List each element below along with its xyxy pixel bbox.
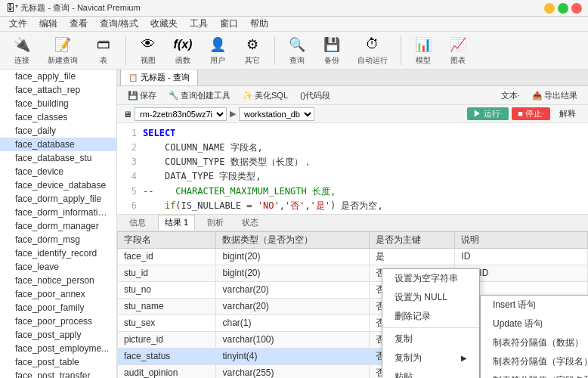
cell-comment: ID [455, 248, 588, 265]
minimize-button[interactable] [544, 3, 555, 14]
sidebar-item-face-identify-record[interactable]: face_identify_record [0, 246, 116, 260]
menu-query[interactable]: 查询/格式 [94, 16, 144, 32]
sidebar-item-face-database[interactable]: face_database [0, 138, 116, 151]
results-tab-status[interactable]: 状态 [236, 215, 265, 230]
server-select[interactable]: rm-2zetn83n05wz7i [135, 107, 227, 121]
sidebar-item-face-daily[interactable]: face_daily [0, 124, 116, 138]
view-button[interactable]: 👁 视图 [132, 32, 164, 70]
backup-label: 备份 [324, 55, 339, 66]
table-label: 表 [100, 55, 107, 66]
sidebar-item-face-post-transfer[interactable]: face_post_transfer [0, 369, 116, 378]
query-builder-button[interactable]: 🔧 查询创建工具 [164, 88, 235, 103]
sub-ctx-tab-both[interactable]: 制表符分隔值（字段名和数据） [481, 371, 588, 378]
explain-button[interactable]: 解释 [553, 107, 582, 120]
sidebar-item-face-dorm-msg[interactable]: face_dorm_msg [0, 233, 116, 246]
menu-window[interactable]: 窗口 [214, 16, 244, 32]
sidebar-item-face-poor-family[interactable]: face_poor_family [0, 301, 116, 314]
results-tab-profiling[interactable]: 剖析 [201, 215, 230, 230]
save-button[interactable]: 💾 保存 [123, 88, 161, 103]
cell-field: stu_name [118, 298, 216, 314]
connect-icon: 🔌 [13, 36, 31, 54]
ctx-set-empty-string[interactable]: 设置为空字符串 [382, 269, 479, 288]
sub-ctx-insert[interactable]: Insert 语句 [481, 296, 588, 314]
toolbar-separator-3 [401, 36, 401, 65]
menu-help[interactable]: 帮助 [244, 16, 274, 32]
copy-as-arrow: ▶ [461, 354, 467, 362]
sidebar-item-face-device[interactable]: face_device [0, 165, 116, 178]
ctx-paste[interactable]: 粘贴 [382, 367, 479, 378]
sub-context-menu: Insert 语句 Update 语句 制表符分隔值（数据） 制表符分隔值（字段… [480, 295, 588, 378]
sidebar-item-face-post-table[interactable]: face_post_table [0, 355, 116, 369]
other-icon: ⚙ [243, 36, 262, 54]
run-button[interactable]: ▶ 运行· [467, 107, 509, 120]
sub-ctx-tab-data[interactable]: 制表符分隔值（数据） [481, 333, 588, 352]
table-row[interactable]: face_id bigint(20) 是 ID [118, 248, 588, 265]
table-button[interactable]: 🗃 表 [88, 32, 119, 70]
col-header-field: 字段名 [118, 231, 216, 248]
sidebar-item-face-post-employment[interactable]: face_post_employme... [0, 342, 116, 355]
sub-ctx-update[interactable]: Update 语句 [481, 314, 588, 333]
table-header-row: 字段名 数据类型（是否为空） 是否为主键 说明 [118, 231, 588, 248]
conn-arrow: ▶ [230, 109, 236, 119]
maximize-button[interactable] [558, 3, 568, 14]
ctx-set-null[interactable]: 设置为 NULL [382, 288, 479, 307]
sidebar-item-face-building[interactable]: face_building [0, 97, 116, 110]
query-button[interactable]: 🔍 查询 [281, 32, 313, 70]
close-button[interactable] [571, 3, 582, 14]
sidebar-item-face-apply-file[interactable]: face_apply_file [0, 70, 116, 83]
stop-button[interactable]: ■ 停止· [512, 107, 550, 120]
editor-line-1: 1 SELECT [123, 126, 582, 141]
beautify-button[interactable]: ✨ 美化SQL [238, 88, 292, 103]
connect-button[interactable]: 🔌 连接 [6, 32, 38, 70]
menu-favorites[interactable]: 收藏夹 [144, 16, 184, 32]
ctx-copy-as[interactable]: 复制为 ▶ [382, 349, 479, 367]
sidebar-item-face-poor-process[interactable]: face_poor_process [0, 314, 116, 328]
new-query-button[interactable]: 📝 新建查询 [41, 32, 85, 70]
cell-type: bigint(20) [216, 248, 369, 265]
results-tab-info[interactable]: 信息 [123, 215, 152, 230]
menu-bar: 文件 编辑 查看 查询/格式 收藏夹 工具 窗口 帮助 [0, 17, 588, 32]
results-tab-result[interactable]: 结果 1 [158, 215, 195, 231]
sidebar-item-face-device-database[interactable]: face_device_database [0, 178, 116, 192]
tab-icon: 📋 [128, 73, 138, 82]
sidebar-item-face-leave[interactable]: face_leave [0, 260, 116, 274]
ctx-delete-record[interactable]: 删除记录 [382, 307, 479, 326]
autorun-button[interactable]: ⏱ 自动运行 [351, 32, 395, 70]
sql-editor[interactable]: 1 SELECT 2 COLUMN_NAME 字段名, 3 COLUMN_TYP… [117, 123, 588, 214]
cell-field: face_id [118, 248, 216, 265]
sidebar-item-face-poor-annex[interactable]: face_poor_annex [0, 287, 116, 301]
menu-edit[interactable]: 编辑 [33, 16, 63, 32]
menu-tools[interactable]: 工具 [184, 16, 214, 32]
backup-button[interactable]: 💾 备份 [316, 32, 348, 70]
code-snippet-button[interactable]: ()代码段 [296, 88, 335, 103]
cell-field: stu_no [118, 281, 216, 298]
sidebar-item-face-notice-person[interactable]: face_notice_person [0, 274, 116, 287]
sidebar-item-face-dorm-apply-file[interactable]: face_dorm_apply_file [0, 192, 116, 206]
save-icon: 💾 [128, 91, 138, 101]
sidebar-item-face-dorm-information[interactable]: face_dorm_informatio... [0, 206, 116, 219]
menu-file[interactable]: 文件 [3, 16, 33, 32]
user-button[interactable]: 👤 用户 [202, 32, 234, 70]
function-button[interactable]: f(x) 函数 [167, 32, 199, 70]
query-tab[interactable]: 📋 无标题 - 查询 [120, 70, 198, 85]
sidebar-item-face-attach-rep[interactable]: face_attach_rep [0, 83, 116, 97]
other-button[interactable]: ⚙ 其它 [237, 32, 268, 70]
new-query-icon: 📝 [54, 36, 72, 54]
cell-field: face_status [118, 348, 216, 364]
database-select[interactable]: workstation_db [239, 107, 314, 121]
sub-ctx-tab-fields[interactable]: 制表符分隔值（字段名） [481, 352, 588, 371]
chart-button[interactable]: 📈 图表 [442, 32, 474, 70]
menu-view[interactable]: 查看 [63, 16, 94, 32]
ctx-copy[interactable]: 复制 [382, 330, 479, 349]
code-snippet-label: ()代码段 [300, 90, 330, 101]
text-button[interactable]: 文本· [497, 88, 525, 103]
export-button[interactable]: 📤 导出结果 [528, 88, 582, 103]
sidebar-item-face-classes[interactable]: face_classes [0, 110, 116, 124]
model-button[interactable]: 📊 模型 [407, 32, 439, 70]
text-label: 文本· [501, 90, 520, 101]
sidebar-item-face-database-stu[interactable]: face_database_stu [0, 151, 116, 165]
cell-field: picture_id [118, 331, 216, 348]
table-row[interactable]: stu_id bigint(20) 否 学生ID [118, 265, 588, 281]
sidebar-item-face-post-apply[interactable]: face_post_apply [0, 328, 116, 342]
sidebar-item-face-dorm-manager[interactable]: face_dorm_manager [0, 219, 116, 233]
